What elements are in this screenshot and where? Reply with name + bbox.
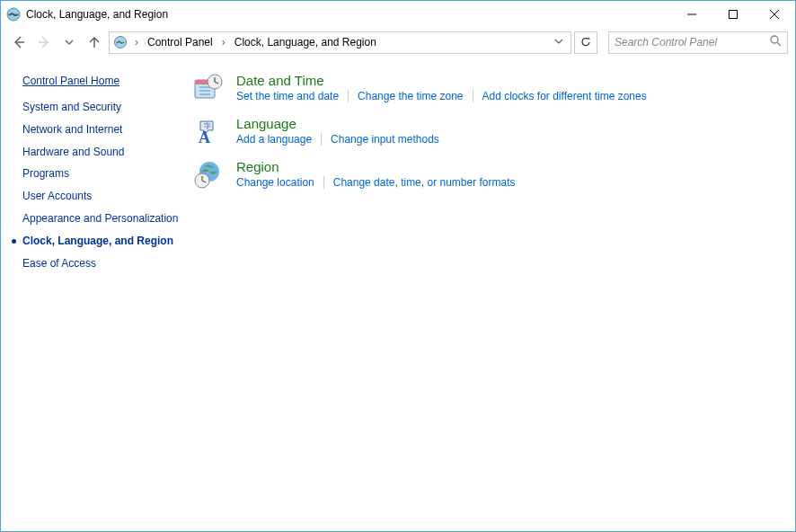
task-list: Change locationChange date, time, or num… [236, 176, 781, 189]
maximize-button[interactable] [712, 1, 754, 28]
task-separator [321, 133, 322, 146]
breadcrumb-root[interactable]: Control Panel [144, 36, 217, 49]
task-link[interactable]: Add clocks for different time zones [482, 90, 647, 102]
recent-locations-dropdown[interactable] [58, 31, 80, 53]
sidebar-item-link[interactable]: Clock, Language, and Region [22, 235, 173, 247]
sidebar-item: Ease of Access [22, 256, 190, 271]
task-link[interactable]: Set the time and date [236, 90, 339, 102]
sidebar-item: User Accounts [22, 189, 190, 204]
category-body: LanguageAdd a languageChange input metho… [236, 116, 781, 146]
category: 字 A LanguageAdd a languageChange input m… [193, 116, 781, 146]
svg-line-10 [777, 42, 781, 46]
sidebar-item-link[interactable]: Network and Internet [22, 123, 122, 136]
svg-point-9 [771, 36, 778, 43]
main-pane: Date and TimeSet the time and dateChange… [190, 60, 795, 531]
breadcrumb-current[interactable]: Clock, Language, and Region [231, 36, 380, 49]
addressbar-dropdown[interactable] [551, 36, 567, 49]
content-area: Control Panel Home System and SecurityNe… [1, 60, 795, 531]
sidebar-item: Clock, Language, and Region [22, 234, 190, 249]
task-separator [473, 90, 473, 102]
search-icon[interactable] [770, 35, 782, 49]
sidebar: Control Panel Home System and SecurityNe… [1, 60, 190, 531]
search-box[interactable] [608, 31, 788, 54]
task-separator [323, 176, 324, 189]
sidebar-item: Hardware and Sound [22, 145, 190, 160]
window: Clock, Language, and Region [0, 0, 796, 532]
language-icon: 字 A [193, 116, 224, 146]
category: Date and TimeSet the time and dateChange… [193, 73, 781, 103]
sidebar-item-link[interactable]: Ease of Access [22, 257, 96, 270]
sidebar-item-link[interactable]: Programs [22, 167, 69, 180]
window-controls [671, 1, 795, 28]
control-panel-small-icon [113, 35, 128, 49]
task-link[interactable]: Add a language [236, 133, 312, 146]
sidebar-item-link[interactable]: System and Security [22, 101, 121, 113]
sidebar-item: Programs [22, 166, 190, 182]
task-link[interactable]: Change input methods [331, 133, 439, 146]
task-list: Add a languageChange input methods [236, 133, 781, 146]
window-title: Clock, Language, and Region [26, 8, 168, 21]
sidebar-item: Appearance and Personalization [22, 211, 190, 226]
up-button[interactable] [84, 31, 105, 53]
control-panel-home-link[interactable]: Control Panel Home [22, 75, 190, 87]
sidebar-item: System and Security [22, 100, 190, 115]
chevron-right-icon[interactable]: › [218, 36, 229, 49]
chevron-right-icon[interactable]: › [131, 36, 142, 49]
sidebar-item-link[interactable]: User Accounts [22, 190, 92, 202]
task-list: Set the time and dateChange the time zon… [236, 90, 781, 102]
category-title[interactable]: Date and Time [236, 73, 781, 88]
task-link[interactable]: Change the time zone [358, 90, 463, 102]
minimize-button[interactable] [671, 1, 712, 28]
control-panel-icon [6, 7, 21, 22]
task-link[interactable]: Change date, time, or number formats [333, 176, 516, 189]
category-title[interactable]: Language [236, 116, 781, 131]
sidebar-item: Network and Internet [22, 122, 190, 137]
titlebar: Clock, Language, and Region [1, 1, 795, 28]
category: RegionChange locationChange date, time, … [193, 159, 781, 190]
sidebar-item-link[interactable]: Hardware and Sound [22, 146, 124, 158]
category-body: Date and TimeSet the time and dateChange… [236, 73, 781, 102]
refresh-button[interactable] [574, 31, 597, 54]
region-icon [193, 159, 224, 190]
task-separator [348, 90, 349, 102]
forward-button[interactable] [33, 31, 55, 53]
search-input[interactable] [615, 36, 770, 49]
datetime-icon [193, 73, 224, 103]
sidebar-category-list: System and SecurityNetwork and InternetH… [22, 100, 190, 270]
task-link[interactable]: Change location [236, 176, 314, 189]
category-body: RegionChange locationChange date, time, … [236, 159, 781, 189]
back-button[interactable] [8, 31, 30, 53]
sidebar-item-link[interactable]: Appearance and Personalization [22, 212, 178, 225]
address-bar[interactable]: › Control Panel › Clock, Language, and R… [109, 31, 571, 54]
close-button[interactable] [754, 1, 795, 28]
svg-rect-2 [730, 11, 738, 19]
svg-text:A: A [199, 129, 210, 146]
category-title[interactable]: Region [236, 159, 781, 174]
navigation-bar: › Control Panel › Clock, Language, and R… [1, 28, 795, 60]
